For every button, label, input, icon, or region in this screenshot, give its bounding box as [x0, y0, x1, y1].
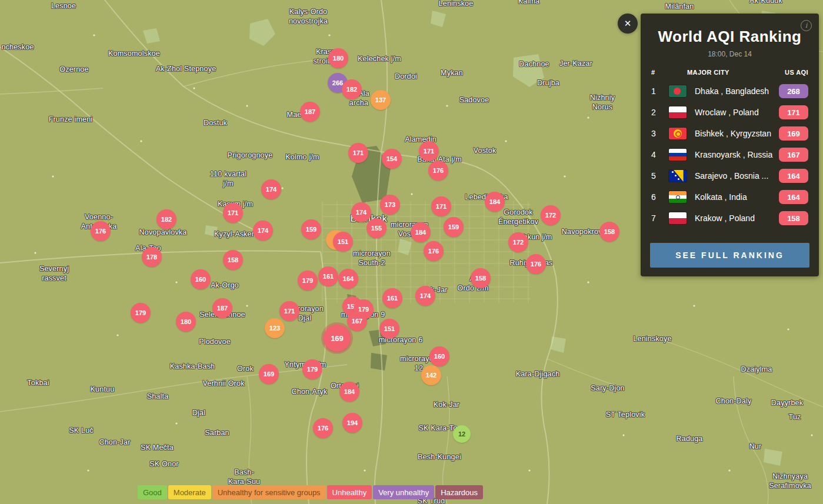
- city-name: Bishkek , Kyrgyzstan: [687, 129, 779, 138]
- aqi-marker[interactable]: 174: [253, 221, 273, 241]
- aqi-value-badge: 268: [779, 84, 808, 98]
- aqi-marker[interactable]: 182: [342, 79, 362, 99]
- legend-item-unhealthy: Unhealthy: [327, 485, 372, 499]
- rank-number: 7: [651, 213, 669, 223]
- ranking-row[interactable]: 5Sarajevo , Bosnia ...164: [641, 165, 819, 186]
- aqi-marker[interactable]: 174: [261, 179, 281, 199]
- close-panel-button[interactable]: ✕: [618, 14, 638, 34]
- aqi-marker[interactable]: 176: [526, 254, 546, 274]
- aqi-marker[interactable]: 174: [415, 286, 435, 306]
- aqi-marker[interactable]: 173: [380, 195, 400, 215]
- aqi-marker[interactable]: 171: [348, 143, 368, 163]
- aqi-marker[interactable]: 123: [265, 318, 285, 338]
- aqi-marker[interactable]: 172: [508, 232, 528, 252]
- ranking-header-row: # MAJOR CITY US AQI: [641, 69, 819, 76]
- aqi-marker[interactable]: 169: [324, 325, 351, 352]
- aqi-marker[interactable]: 154: [382, 149, 402, 169]
- aqi-marker[interactable]: 187: [212, 298, 232, 318]
- aqi-marker[interactable]: 179: [298, 271, 318, 291]
- aqi-marker[interactable]: 171: [419, 141, 439, 161]
- aqi-marker[interactable]: 184: [485, 192, 505, 212]
- legend-item-very-unhealthy: Very unhealthy: [373, 485, 434, 499]
- aqi-marker[interactable]: 184: [339, 382, 359, 402]
- ranking-row[interactable]: 4Krasnoyarsk , Russia167: [641, 144, 819, 165]
- aqi-legend: GoodModerateUnhealthy for sensitive grou…: [138, 485, 483, 499]
- aqi-marker[interactable]: 158: [599, 222, 619, 242]
- rank-number: 5: [651, 171, 669, 181]
- aqi-marker[interactable]: 167: [347, 311, 367, 331]
- aqi-marker[interactable]: 158: [471, 268, 491, 288]
- aqi-marker[interactable]: 164: [338, 269, 358, 289]
- panel-title: World AQI Ranking: [641, 28, 819, 46]
- ranking-row[interactable]: 7Krakow , Poland158: [641, 208, 819, 229]
- flag-in-icon: [669, 191, 687, 203]
- flag-pl-icon: [669, 212, 687, 224]
- aqi-value-badge: 171: [779, 105, 808, 119]
- aqi-marker[interactable]: 171: [431, 196, 451, 216]
- aqi-marker[interactable]: 161: [382, 288, 402, 308]
- aqi-marker[interactable]: 159: [301, 219, 321, 239]
- aqi-marker[interactable]: 174: [351, 202, 371, 222]
- aqi-marker[interactable]: 180: [328, 48, 348, 68]
- aqi-marker[interactable]: 176: [428, 161, 448, 181]
- city-name: Krakow , Poland: [687, 213, 779, 223]
- flag-ba-icon: [669, 170, 687, 182]
- rank-number: 6: [651, 192, 669, 202]
- legend-item-good: Good: [138, 485, 167, 499]
- aqi-marker[interactable]: 159: [444, 217, 464, 237]
- aqi-marker[interactable]: 178: [142, 247, 162, 267]
- aqi-marker[interactable]: 169: [259, 364, 279, 384]
- legend-item-moderate: Moderate: [168, 485, 211, 499]
- aqi-marker[interactable]: 151: [379, 319, 399, 339]
- flag-kg-icon: [669, 128, 687, 139]
- aqi-marker[interactable]: 184: [411, 222, 431, 242]
- aqi-marker[interactable]: 179: [131, 303, 151, 323]
- aqi-marker[interactable]: 172: [541, 205, 561, 225]
- see-full-ranking-button[interactable]: SEE FULL RANKING: [650, 243, 809, 268]
- aqi-marker[interactable]: 182: [156, 209, 176, 229]
- city-name: Sarajevo , Bosnia ...: [687, 171, 779, 181]
- ranking-row[interactable]: 2Wroclaw , Poland171: [641, 102, 819, 123]
- rank-number: 4: [651, 150, 669, 159]
- info-icon[interactable]: i: [801, 20, 812, 31]
- aqi-marker[interactable]: 176: [313, 418, 333, 438]
- aqi-marker[interactable]: 160: [191, 269, 211, 289]
- aqi-marker[interactable]: 171: [279, 301, 299, 321]
- city-name: Wroclaw , Poland: [687, 108, 779, 117]
- aqi-marker[interactable]: 161: [318, 266, 338, 286]
- aqi-marker[interactable]: 137: [371, 90, 391, 110]
- aqi-value-badge: 164: [779, 169, 808, 183]
- aqi-marker[interactable]: 176: [91, 221, 111, 241]
- ranking-row[interactable]: 1Dhaka , Bangladesh268: [641, 81, 819, 102]
- aqi-marker[interactable]: 160: [429, 346, 449, 366]
- ranking-row[interactable]: 3Bishkek , Kyrgyzstan169: [641, 123, 819, 144]
- city-name: Kolkata , India: [687, 192, 779, 202]
- aqi-marker[interactable]: 155: [366, 218, 386, 238]
- aqi-marker[interactable]: 180: [176, 312, 196, 332]
- aqi-value-badge: 169: [779, 126, 808, 141]
- aqi-marker[interactable]: 176: [424, 241, 444, 261]
- aqi-marker[interactable]: 158: [223, 250, 243, 270]
- city-column-header: MAJOR CITY: [669, 69, 785, 76]
- aqi-marker[interactable]: 151: [333, 232, 353, 252]
- aqi-marker[interactable]: 12: [453, 425, 471, 443]
- rank-column-header: #: [651, 69, 669, 76]
- aqi-value-badge: 164: [779, 190, 808, 204]
- ranking-rows: 1Dhaka , Bangladesh2682Wroclaw , Poland1…: [641, 81, 819, 229]
- aqi-value-badge: 158: [779, 211, 808, 225]
- ranking-row[interactable]: 6Kolkata , India164: [641, 186, 819, 208]
- aqi-marker[interactable]: 187: [300, 102, 320, 122]
- legend-item-hazardous: Hazardous: [435, 485, 483, 499]
- flag-bd-icon: [669, 85, 687, 97]
- aqi-marker[interactable]: 171: [223, 203, 243, 223]
- aqi-value-badge: 167: [779, 148, 808, 162]
- flag-pl-icon: [669, 106, 687, 118]
- aqi-marker[interactable]: 142: [421, 365, 441, 385]
- city-name: Dhaka , Bangladesh: [687, 86, 779, 96]
- aqi-marker[interactable]: 179: [302, 359, 322, 379]
- rank-number: 3: [651, 129, 669, 138]
- rank-number: 1: [651, 86, 669, 96]
- flag-ru-icon: [669, 149, 687, 161]
- aqi-marker[interactable]: 194: [342, 413, 362, 433]
- aqi-column-header: US AQI: [785, 69, 808, 76]
